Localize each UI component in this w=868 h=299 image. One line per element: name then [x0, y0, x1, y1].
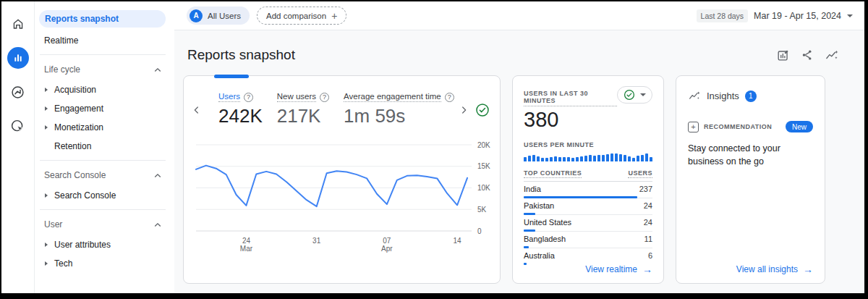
home-icon[interactable] — [7, 13, 29, 35]
metrics-header: Users? 242K New users? 217K Average enga… — [184, 76, 500, 127]
minute-bar — [602, 155, 605, 161]
comparison-bar: A All Users Add comparison + Last 28 day… — [174, 1, 864, 30]
sidebar-item-realtime[interactable]: Realtime — [35, 32, 174, 49]
date-preset-badge: Last 28 days — [697, 9, 749, 22]
top-countries-header: TOP COUNTRIES USERS — [524, 169, 652, 182]
nav-label: Acquisition — [54, 85, 96, 95]
sidebar-item-tech[interactable]: Tech — [35, 255, 174, 272]
next-metrics-button[interactable] — [456, 104, 471, 116]
date-range-picker[interactable]: Last 28 days Mar 19 - Apr 15, 2024 — [697, 9, 853, 22]
minute-bar — [619, 154, 622, 161]
minute-bar — [532, 155, 535, 161]
svg-text:24: 24 — [242, 237, 251, 245]
minute-bar — [589, 155, 592, 161]
minute-bar — [576, 157, 579, 161]
minute-bar — [580, 156, 583, 161]
expand-arrow-icon — [45, 193, 48, 198]
view-all-insights-link[interactable]: View all insights → — [736, 264, 813, 274]
svg-text:10K: 10K — [477, 184, 490, 192]
minute-bar — [632, 158, 635, 161]
nav-section-user[interactable]: User — [35, 216, 174, 233]
svg-text:07: 07 — [383, 237, 391, 245]
top-countries-list: India237Pakistan24United States24Banglad… — [524, 182, 652, 264]
sidebar-item-engagement[interactable]: Engagement — [35, 100, 174, 117]
arrow-right-icon: → — [642, 264, 652, 274]
metric-label: Average engagement time — [344, 92, 441, 102]
minute-bar — [541, 158, 544, 161]
users-overview-card: Users? 242K New users? 217K Average enga… — [183, 75, 501, 284]
metric-value: 217K — [277, 105, 329, 127]
arrow-right-icon: → — [803, 264, 813, 274]
svg-text:Apr: Apr — [381, 245, 393, 253]
country-name: India — [524, 185, 541, 193]
add-comparison-button[interactable]: Add comparison + — [257, 7, 346, 25]
sidebar-item-search-console[interactable]: Search Console — [35, 187, 174, 204]
green-check-icon — [624, 89, 635, 101]
minute-bar — [641, 155, 644, 161]
expand-arrow-icon — [45, 125, 48, 130]
minute-bar — [645, 153, 648, 161]
recommendation-text[interactable]: Stay connected to your business on the g… — [688, 142, 813, 168]
countries-column-header: TOP COUNTRIES — [524, 169, 582, 178]
expand-arrow-icon — [45, 88, 48, 92]
realtime-status-dropdown[interactable] — [617, 86, 652, 104]
help-icon[interactable]: ? — [244, 93, 253, 102]
nav-section-search-console[interactable]: Search Console — [35, 167, 174, 184]
all-users-chip[interactable]: A All Users — [187, 7, 250, 25]
svg-text:0: 0 — [477, 227, 482, 235]
metric-avg-engagement-time[interactable]: Average engagement time? 1m 59s — [344, 92, 454, 127]
nav-section-life-cycle[interactable]: Life cycle — [35, 61, 174, 78]
users-column-header: USERS — [628, 169, 652, 178]
insights-count-badge: 1 — [745, 90, 757, 102]
metric-label: New users — [277, 92, 316, 102]
minute-bar — [563, 157, 566, 161]
nav-divider — [40, 209, 166, 210]
caret-down-icon — [640, 93, 646, 96]
users-trend-chart: 05K10K15K20K24Mar3107Apr14 — [194, 138, 500, 258]
country-row: India237 — [524, 182, 652, 198]
page-title: Reports snapshot — [187, 47, 295, 63]
country-bar — [524, 263, 527, 265]
sidebar-item-acquisition[interactable]: Acquisition — [35, 81, 174, 98]
sidebar-item-retention[interactable]: Retention — [35, 138, 174, 155]
previous-metrics-button[interactable] — [190, 104, 204, 116]
help-icon[interactable]: ? — [320, 93, 329, 102]
minute-bar — [615, 153, 618, 161]
sidebar-item-reports-snapshot[interactable]: Reports snapshot — [39, 10, 166, 28]
insights-card: Insights 1 + RECOMMENDATION New Stay con… — [676, 75, 825, 284]
chevron-up-icon — [154, 222, 161, 227]
minute-bar — [571, 158, 574, 161]
help-icon[interactable]: ? — [445, 93, 454, 102]
metric-value: 1m 59s — [344, 105, 454, 127]
metric-users[interactable]: Users? 242K — [218, 92, 263, 127]
view-realtime-link[interactable]: View realtime → — [585, 264, 652, 274]
nav-label: Search Console — [54, 190, 116, 201]
recommendation-icon: + — [688, 122, 699, 132]
minute-bar — [558, 157, 561, 161]
realtime-title: USERS IN LAST 30 MINUTES — [524, 90, 617, 106]
advertising-icon[interactable] — [7, 115, 29, 137]
sidebar-item-monetization[interactable]: Monetization — [35, 119, 174, 136]
country-name: United States — [524, 218, 571, 227]
country-row: United States24 — [524, 215, 652, 232]
section-label: Life cycle — [44, 64, 80, 75]
reports-icon[interactable] — [7, 47, 29, 69]
segment-avatar: A — [190, 9, 203, 22]
country-row: Bangladesh11 — [524, 232, 652, 248]
share-icon[interactable] — [801, 49, 814, 62]
metric-new-users[interactable]: New users? 217K — [277, 92, 329, 127]
customize-report-icon[interactable] — [776, 49, 790, 62]
minute-bar — [637, 156, 639, 161]
chevron-up-icon — [154, 67, 161, 72]
users-per-minute-chart — [524, 153, 652, 161]
sidebar-item-user-attributes[interactable]: User attributes — [35, 236, 174, 253]
minute-bar — [584, 156, 587, 161]
country-row: Pakistan24 — [524, 198, 652, 215]
explore-icon[interactable] — [7, 81, 29, 103]
nav-label: Reports snapshot — [45, 14, 119, 24]
minute-bar — [624, 155, 626, 161]
view-insights-icon[interactable] — [825, 49, 839, 62]
data-quality-icon[interactable] — [475, 103, 490, 117]
country-row: Australia6 — [524, 248, 652, 264]
expand-arrow-icon — [45, 106, 48, 111]
